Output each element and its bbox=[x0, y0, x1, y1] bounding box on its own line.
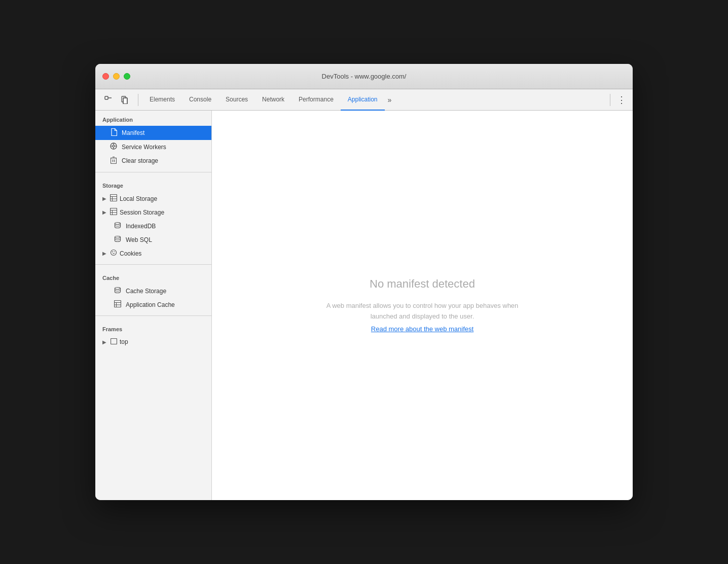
svg-rect-0 bbox=[105, 96, 108, 99]
session-storage-label: Session Storage bbox=[120, 209, 164, 216]
indexeddb-icon bbox=[114, 222, 122, 230]
svg-rect-11 bbox=[111, 158, 117, 164]
sidebar-item-session-storage[interactable]: ▶ Session Storage bbox=[95, 205, 211, 219]
fullscreen-button[interactable] bbox=[124, 73, 130, 80]
no-manifest-title: No manifest detected bbox=[326, 277, 519, 291]
svg-point-6 bbox=[113, 145, 115, 147]
svg-rect-16 bbox=[111, 195, 117, 201]
toolbar-end: ⋮ bbox=[614, 93, 629, 107]
sidebar-item-indexeddb[interactable]: IndexedDB bbox=[95, 219, 211, 233]
web-sql-label: Web SQL bbox=[126, 236, 152, 243]
sidebar-section-cache: Cache bbox=[95, 269, 211, 284]
service-workers-label: Service Workers bbox=[122, 144, 166, 151]
no-manifest-description: A web manifest allows you to control how… bbox=[326, 301, 519, 322]
main-panel: No manifest detected A web manifest allo… bbox=[212, 111, 633, 500]
application-cache-label: Application Cache bbox=[126, 301, 175, 308]
clear-storage-label: Clear storage bbox=[122, 157, 158, 164]
local-storage-label: Local Storage bbox=[120, 195, 157, 202]
devtools-window: DevTools - www.google.com/ Elements Con bbox=[95, 64, 633, 500]
svg-rect-20 bbox=[111, 208, 117, 215]
cookies-arrow: ▶ bbox=[102, 251, 106, 256]
top-frame-label: top bbox=[120, 338, 128, 345]
cookies-icon bbox=[110, 249, 118, 258]
svg-point-24 bbox=[115, 223, 121, 225]
no-manifest-link[interactable]: Read more about the web manifest bbox=[371, 325, 474, 333]
toolbar-divider-2 bbox=[610, 94, 610, 106]
sidebar-section-frames: Frames bbox=[95, 320, 211, 335]
svg-point-30 bbox=[114, 253, 115, 254]
sidebar-item-manifest[interactable]: Manifest bbox=[95, 126, 211, 140]
sidebar: Application Manifest bbox=[95, 111, 212, 500]
svg-point-25 bbox=[115, 236, 121, 238]
session-storage-arrow: ▶ bbox=[102, 209, 106, 215]
no-manifest-container: No manifest detected A web manifest allo… bbox=[316, 267, 529, 343]
toolbar-divider-1 bbox=[138, 94, 138, 106]
minimize-button[interactable] bbox=[113, 73, 120, 80]
tab-performance[interactable]: Performance bbox=[292, 89, 341, 111]
inspector-icon[interactable] bbox=[101, 93, 116, 107]
sidebar-item-cookies[interactable]: ▶ Cookies bbox=[95, 246, 211, 260]
tab-sources[interactable]: Sources bbox=[219, 89, 255, 111]
svg-point-28 bbox=[114, 251, 115, 252]
session-storage-icon bbox=[110, 208, 118, 217]
sidebar-item-local-storage[interactable]: ▶ Local Storage bbox=[95, 192, 211, 205]
sidebar-item-application-cache[interactable]: Application Cache bbox=[95, 298, 211, 311]
manifest-label: Manifest bbox=[122, 129, 144, 136]
application-cache-icon bbox=[114, 300, 122, 309]
web-sql-icon bbox=[114, 235, 122, 244]
toolbar-tabs: Elements Console Sources Network Perform… bbox=[142, 89, 606, 111]
window-title: DevTools - www.google.com/ bbox=[322, 73, 407, 80]
svg-point-27 bbox=[112, 252, 113, 253]
sidebar-item-cache-storage[interactable]: Cache Storage bbox=[95, 284, 211, 298]
tab-elements[interactable]: Elements bbox=[142, 89, 182, 111]
indexeddb-label: IndexedDB bbox=[126, 223, 156, 230]
sidebar-section-application: Application bbox=[95, 111, 211, 126]
main-content: Application Manifest bbox=[95, 111, 633, 500]
svg-rect-32 bbox=[115, 301, 121, 307]
svg-rect-3 bbox=[123, 98, 127, 104]
sidebar-item-clear-storage[interactable]: Clear storage bbox=[95, 154, 211, 168]
separator-3 bbox=[95, 315, 211, 316]
top-frame-arrow: ▶ bbox=[102, 339, 106, 345]
titlebar: DevTools - www.google.com/ bbox=[95, 64, 633, 89]
clear-storage-icon bbox=[110, 156, 118, 165]
device-toolbar-icon[interactable] bbox=[118, 93, 132, 107]
toolbar-icon-group bbox=[99, 93, 134, 107]
cache-storage-label: Cache Storage bbox=[126, 288, 166, 295]
tab-application[interactable]: Application bbox=[341, 89, 385, 111]
svg-rect-36 bbox=[111, 339, 117, 344]
cookies-label: Cookies bbox=[120, 250, 141, 257]
sidebar-item-top-frame[interactable]: ▶ top bbox=[95, 335, 211, 348]
service-workers-icon bbox=[110, 143, 118, 151]
separator-2 bbox=[95, 264, 211, 265]
separator-1 bbox=[95, 172, 211, 172]
cache-storage-icon bbox=[114, 287, 122, 295]
toolbar: Elements Console Sources Network Perform… bbox=[95, 89, 633, 111]
tab-console[interactable]: Console bbox=[182, 89, 219, 111]
local-storage-icon bbox=[110, 194, 118, 203]
svg-point-26 bbox=[111, 250, 117, 256]
tab-network[interactable]: Network bbox=[255, 89, 292, 111]
local-storage-arrow: ▶ bbox=[102, 196, 106, 201]
more-tabs-button[interactable]: » bbox=[385, 89, 395, 111]
top-frame-icon bbox=[110, 338, 118, 346]
svg-point-31 bbox=[115, 288, 121, 290]
sidebar-item-web-sql[interactable]: Web SQL bbox=[95, 233, 211, 246]
close-button[interactable] bbox=[102, 73, 109, 80]
sidebar-item-service-workers[interactable]: Service Workers bbox=[95, 140, 211, 154]
settings-button[interactable]: ⋮ bbox=[614, 93, 629, 107]
sidebar-section-storage: Storage bbox=[95, 177, 211, 192]
manifest-icon bbox=[110, 128, 118, 137]
traffic-lights bbox=[102, 73, 130, 80]
svg-point-29 bbox=[113, 253, 114, 254]
